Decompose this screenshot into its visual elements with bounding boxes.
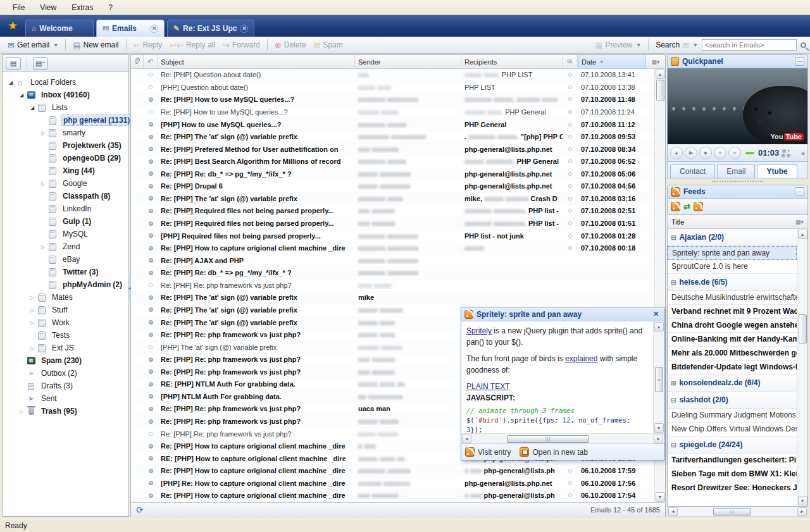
collapse-group-icon[interactable]: ⊟ <box>671 279 676 286</box>
email-row[interactable]: Re: [PHP] How to use MySQL queries...?xx… <box>131 106 654 119</box>
sidebar-item-sent[interactable]: ➢Sent <box>3 392 128 405</box>
next-button[interactable]: » <box>728 147 741 159</box>
expand-icon[interactable]: ▷ <box>39 244 47 250</box>
sidebar-item-phpmyadmin-2-[interactable]: phpMyAdmin (2) <box>3 278 128 291</box>
sidebar-item-xing-44-[interactable]: Xing (44) <box>3 164 128 177</box>
feed-group-header[interactable]: ⊟heise.de (6/5) <box>668 274 797 291</box>
feed-item[interactable]: SproutCore 1.0 is here <box>668 260 797 274</box>
eject-button[interactable]: ▲ <box>670 147 683 159</box>
refresh-icon[interactable]: ⟳ <box>136 505 144 515</box>
stop-button[interactable]: ■ <box>699 147 712 159</box>
column-options-button[interactable]: ▦▾ <box>646 55 665 68</box>
sidebar-item-local-folders[interactable]: ◢⌂Local Folders <box>3 76 128 89</box>
scrollbar-thumb[interactable] <box>799 314 807 343</box>
feed-item[interactable]: Online-Banking mit der Handy-Kame <box>668 333 797 347</box>
email-row[interactable]: Re: [PHP] The 'at' sign (@) variable pre… <box>131 131 654 144</box>
collapse-group-icon[interactable]: ⊟ <box>671 397 676 404</box>
reply-button[interactable]: ↩ Reply <box>130 39 166 51</box>
plain-text-link[interactable]: PLAIN TEXT <box>466 382 509 391</box>
sidebar-item-php-general-1131-[interactable]: php general (1131) <box>3 114 128 127</box>
feed-item[interactable]: Spritely: sprite and pan away <box>668 246 797 260</box>
overflow-menu-icon[interactable]: » <box>801 149 805 157</box>
search-input[interactable] <box>702 39 797 51</box>
feed-group-header[interactable]: ⊟spiegel.de (24/24) <box>668 436 797 454</box>
scroll-left-icon[interactable]: ◄ <box>462 435 471 443</box>
feed-item[interactable]: Sieben Tage mit dem BMW X1: Klein <box>668 467 797 481</box>
email-row[interactable]: Re: [PHP] Drupal 6xxxxx xxxxxxxxphp-gene… <box>131 180 654 193</box>
sidebar-item-tests[interactable]: Tests <box>3 329 128 342</box>
expand-icon[interactable]: ▷ <box>39 181 47 187</box>
attachment-column-header[interactable] <box>131 55 144 68</box>
scrollbar-thumb[interactable] <box>656 80 664 101</box>
expand-icon[interactable]: ▷ <box>28 320 37 326</box>
email-row[interactable]: Re: [PHP] Required files not being parse… <box>131 205 654 218</box>
recipients-column-header[interactable]: Recipients <box>461 55 563 68</box>
sidebar-item-google[interactable]: ▷Google <box>3 177 128 190</box>
collapse-group-icon[interactable]: ⊟ <box>671 234 676 241</box>
sidebar-item-ebay[interactable]: eBay <box>3 253 128 266</box>
menu-item-[interactable]: ? <box>101 1 120 14</box>
refresh-feeds-button[interactable]: ⇄ <box>683 202 690 211</box>
sidebar-item-work[interactable]: ▷Work <box>3 316 128 329</box>
expand-icon[interactable]: ▷ <box>28 295 37 300</box>
get-email-button[interactable]: ✉ Get email ▼ <box>4 39 62 51</box>
expand-icon[interactable]: ▷ <box>28 345 37 351</box>
scroll-up-icon[interactable]: ▲ <box>654 322 664 331</box>
scroll-down-icon[interactable]: ▼ <box>654 423 664 433</box>
menu-item-file[interactable]: File <box>5 1 32 14</box>
feed-item[interactable]: New Chip Offers Virtual Windows Deskt <box>668 423 797 436</box>
email-row[interactable]: Re: [PHP] Best Search Algorithm for Mill… <box>131 156 654 168</box>
feed-item[interactable]: Tarifverhandlungen gescheitert: Pil <box>668 454 797 467</box>
sidebar-item-twitter-3-[interactable]: Twitter (3) <box>3 266 128 278</box>
search-icon[interactable] <box>801 42 806 48</box>
feed-list-hscrollbar[interactable]: ◄ ||| ► <box>667 507 808 517</box>
email-row[interactable]: Re: [PHP] The 'at' sign (@) variable pre… <box>131 292 654 304</box>
email-row[interactable]: Re: [PHP] How to capture origional clien… <box>131 465 654 478</box>
open-new-tab-button[interactable]: Open in new tab <box>520 447 587 457</box>
collapse-group-icon[interactable]: ⊟ <box>671 442 676 448</box>
feed-item[interactable]: Deutsche Musikindustrie erwirtschaftete <box>668 291 797 305</box>
feed-group-header[interactable]: ⊟slashdot (2/0) <box>668 392 797 409</box>
feed-item[interactable]: Resort Drewitzer See: Honeckers Ja <box>668 481 797 495</box>
panel-splitter[interactable] <box>667 178 808 185</box>
collapse-icon[interactable]: ◢ <box>17 92 26 98</box>
view-accounts-button[interactable]: ▤ <box>6 57 21 70</box>
replied-column-header[interactable]: ↶ <box>144 55 158 68</box>
email-row[interactable]: Re: [PHP] AJAX and PHPxxxxxxx xxxxxxxx <box>131 254 654 267</box>
scroll-right-icon[interactable]: ► <box>797 507 807 516</box>
feed-group-header[interactable]: ⊟Ajaxian (2/0) <box>668 229 797 246</box>
feed-item[interactable]: Verband rechnet mit 9 Prozent Wac <box>668 305 797 319</box>
menu-item-view[interactable]: View <box>32 1 64 14</box>
subject-column-header[interactable]: Subject <box>158 55 355 68</box>
expand-group-icon[interactable]: ⊞ <box>671 380 676 387</box>
email-row[interactable]: Re: [PHP] Prefered Method for User authe… <box>131 143 654 156</box>
sender-column-header[interactable]: Sender <box>355 55 461 68</box>
email-row[interactable]: Re: [PHP] Re: db_* => pg_*/my_*/ifx_* ?x… <box>131 267 654 280</box>
expand-icon[interactable]: ▷ <box>17 409 26 414</box>
collapse-feeds-button[interactable]: — <box>795 187 804 196</box>
previous-button[interactable]: « <box>714 147 726 159</box>
inline-link[interactable]: Spritely <box>466 326 492 335</box>
scroll-up-icon[interactable]: ▲ <box>656 70 665 79</box>
sidebar-item-linkedin[interactable]: LinkedIn <box>3 202 128 215</box>
scrollbar-thumb[interactable]: ||| <box>507 435 589 443</box>
email-row[interactable]: Re: [PHP] How to capture origional clien… <box>131 242 654 255</box>
visit-entry-button[interactable]: Visit entry <box>465 447 511 457</box>
status-column-header[interactable]: ✉ <box>563 55 578 68</box>
tab-email[interactable]: Email <box>717 164 755 178</box>
email-row[interactable]: Re: [PHP] Re: db_* => pg_*/my_*/ifx_* ?x… <box>131 168 654 181</box>
expand-icon[interactable]: ▷ <box>39 130 47 136</box>
quality-options-icon[interactable]: ▦ ▾▦ ▦ <box>781 149 790 158</box>
menu-item-extras[interactable]: Extras <box>64 1 101 14</box>
sidebar-item-gulp-1-[interactable]: Gulp (1) <box>3 215 128 228</box>
email-row[interactable]: [PHP] How to use MySQL queries...?xxxxxx… <box>131 118 654 131</box>
sidebar-item-inbox-49160-[interactable]: ◢✉Inbox (49160) <box>3 89 128 101</box>
sidebar-item-mates[interactable]: ▷Mates <box>3 291 128 304</box>
feed-item[interactable]: Mehr als 20.000 Mitbeschwerden ge <box>668 347 797 361</box>
sidebar-item-lists[interactable]: ◢Lists <box>3 101 128 114</box>
sidebar-item-drafts-3-[interactable]: ▤Drafts (3) <box>3 380 128 392</box>
popup-hscrollbar[interactable]: ◄ ||| ► <box>461 433 664 443</box>
feed-item[interactable]: Bitdefender-Update legt Windows-R <box>668 361 797 374</box>
play-button[interactable]: ▶ <box>685 147 697 159</box>
close-icon[interactable]: ✕ <box>150 25 158 33</box>
